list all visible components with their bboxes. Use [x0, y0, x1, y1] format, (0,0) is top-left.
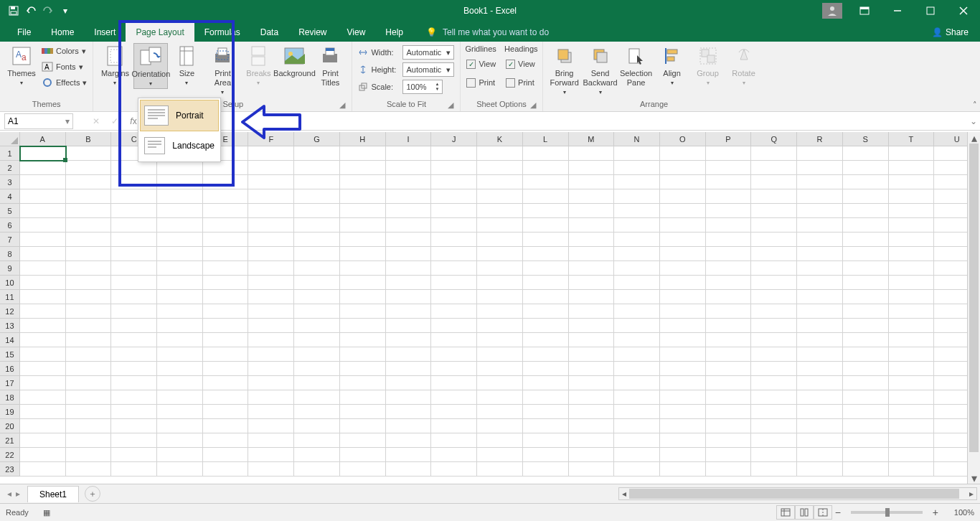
cell[interactable]: [248, 161, 294, 175]
cell[interactable]: [340, 175, 386, 189]
cell[interactable]: [477, 247, 523, 261]
cell[interactable]: [66, 362, 112, 376]
cell[interactable]: [66, 319, 112, 333]
cell[interactable]: [386, 333, 432, 347]
cell[interactable]: [20, 233, 66, 247]
cell[interactable]: [751, 448, 797, 462]
gridlines-print-checkbox[interactable]: Print: [465, 75, 497, 90]
cell[interactable]: [660, 161, 706, 175]
cell[interactable]: [248, 376, 294, 390]
cell[interactable]: [523, 419, 569, 433]
cell[interactable]: [20, 276, 66, 290]
cell[interactable]: [431, 247, 477, 261]
cell[interactable]: [843, 218, 889, 233]
cell[interactable]: [386, 405, 432, 419]
cell[interactable]: [340, 161, 386, 175]
cell[interactable]: [889, 276, 935, 290]
cell[interactable]: [20, 448, 66, 462]
group-button[interactable]: Group▾: [691, 43, 725, 88]
cell[interactable]: [523, 218, 569, 233]
cell[interactable]: [386, 204, 432, 218]
cell[interactable]: [843, 405, 889, 419]
cell[interactable]: [294, 405, 340, 419]
cell[interactable]: [523, 462, 569, 477]
cell[interactable]: [843, 189, 889, 204]
cell[interactable]: [248, 290, 294, 304]
row-header[interactable]: 21: [0, 433, 20, 448]
row-header[interactable]: 8: [0, 247, 20, 261]
cell[interactable]: [431, 261, 477, 276]
cell[interactable]: [797, 419, 843, 433]
cell[interactable]: [477, 376, 523, 390]
cell[interactable]: [706, 362, 752, 376]
cell[interactable]: [111, 362, 157, 376]
cell[interactable]: [797, 376, 843, 390]
cell[interactable]: [889, 304, 935, 319]
cell[interactable]: [660, 290, 706, 304]
cell[interactable]: [294, 261, 340, 276]
headings-print-checkbox[interactable]: Print: [504, 75, 537, 90]
cell[interactable]: [751, 433, 797, 448]
cell[interactable]: [706, 347, 752, 362]
cell[interactable]: [843, 376, 889, 390]
cell[interactable]: [431, 433, 477, 448]
bring-forward-button[interactable]: Bring Forward▾: [547, 43, 582, 97]
row-header[interactable]: 22: [0, 448, 20, 462]
cell[interactable]: [66, 175, 112, 189]
cell[interactable]: [386, 362, 432, 376]
cell[interactable]: [889, 390, 935, 405]
cell[interactable]: [386, 146, 432, 161]
scale-launcher-icon[interactable]: ◢: [446, 100, 456, 110]
cell[interactable]: [889, 362, 935, 376]
collapse-ribbon-icon[interactable]: ˄: [973, 100, 977, 110]
cell[interactable]: [477, 390, 523, 405]
cell[interactable]: [157, 347, 203, 362]
redo-icon[interactable]: [40, 3, 56, 19]
cell[interactable]: [797, 276, 843, 290]
selection-pane-button[interactable]: Selection Pane: [619, 43, 654, 88]
tab-page-layout[interactable]: Page Layout: [126, 23, 194, 42]
cell[interactable]: [20, 247, 66, 261]
cell[interactable]: [340, 376, 386, 390]
scrollbar-thumb[interactable]: [969, 144, 979, 452]
cell[interactable]: [66, 261, 112, 276]
cell[interactable]: [157, 290, 203, 304]
cell[interactable]: [614, 390, 660, 405]
cell[interactable]: [111, 304, 157, 319]
cell[interactable]: [340, 304, 386, 319]
cell[interactable]: [294, 376, 340, 390]
scroll-up-icon[interactable]: ▴: [968, 132, 980, 144]
cell[interactable]: [157, 233, 203, 247]
cell[interactable]: [706, 247, 752, 261]
cell[interactable]: [386, 433, 432, 448]
cell[interactable]: [569, 376, 615, 390]
cell[interactable]: [569, 390, 615, 405]
cell[interactable]: [248, 204, 294, 218]
cancel-formula-icon[interactable]: ✕: [88, 116, 105, 126]
cell[interactable]: [614, 175, 660, 189]
cell[interactable]: [843, 419, 889, 433]
cell[interactable]: [751, 347, 797, 362]
cell[interactable]: [111, 333, 157, 347]
cell[interactable]: [203, 304, 249, 319]
cell[interactable]: [203, 261, 249, 276]
cell[interactable]: [111, 433, 157, 448]
cell[interactable]: [203, 448, 249, 462]
cell[interactable]: [203, 290, 249, 304]
cell[interactable]: [431, 233, 477, 247]
cell[interactable]: [660, 448, 706, 462]
cell[interactable]: [477, 276, 523, 290]
themes-button[interactable]: Aa Themes▾: [4, 43, 39, 88]
cell[interactable]: [889, 175, 935, 189]
zoom-slider-thumb[interactable]: [885, 508, 890, 517]
cell[interactable]: [111, 390, 157, 405]
cell[interactable]: [477, 462, 523, 477]
cell[interactable]: [340, 448, 386, 462]
row-header[interactable]: 12: [0, 304, 20, 319]
cell[interactable]: [386, 390, 432, 405]
cell[interactable]: [569, 462, 615, 477]
cell[interactable]: [660, 233, 706, 247]
cell[interactable]: [569, 433, 615, 448]
cell[interactable]: [340, 433, 386, 448]
cell[interactable]: [569, 405, 615, 419]
